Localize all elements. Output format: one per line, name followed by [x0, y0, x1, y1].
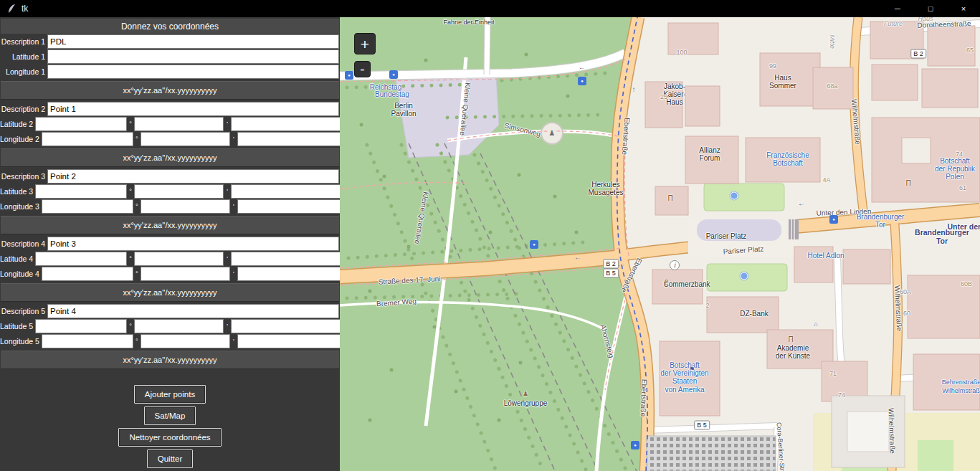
format-hint-1: xx°yy'zz.aa''/xx.yyyyyyyyyy: [1, 81, 339, 100]
latitude-3-degrees-input[interactable]: [35, 184, 127, 199]
degrees-symbol: °: [127, 184, 134, 199]
description-2-row: Description 2: [0, 102, 339, 116]
description-1-input[interactable]: [47, 34, 339, 49]
format-hint-2: xx°yy'zz.aa''/xx.yyyyyyyyyy: [1, 148, 339, 167]
format-hint-4: xx°yy'zz.aa''/xx.yyyyyyyyyy: [1, 283, 339, 302]
latitude-2-label: Latitude 2: [0, 117, 35, 131]
latitude-4-label: Latitude 4: [0, 252, 35, 266]
latitude-3-row: Latitude 3 ° ' '': [0, 184, 339, 199]
latitude-2-row: Latitude 2 ° ' '': [0, 117, 339, 131]
longitude-5-row: Longitude 5 ° ' '': [0, 334, 339, 348]
minutes-symbol: ': [230, 334, 237, 348]
map-canvas[interactable]: [340, 17, 980, 471]
format-hint-3: xx°yy'zz.aa''/xx.yyyyyyyyyy: [1, 216, 339, 234]
description-4-input[interactable]: [47, 237, 339, 251]
description-5-label: Description 5: [0, 304, 47, 318]
longitude-3-seconds-input[interactable]: [237, 199, 353, 214]
longitude-1-input[interactable]: [47, 65, 339, 79]
description-3-row: Description 3: [0, 169, 339, 184]
longitude-1-label: Longitude 1: [0, 65, 47, 79]
degrees-symbol: °: [127, 252, 134, 266]
degrees-symbol: °: [133, 132, 141, 146]
latitude-5-row: Latitude 5 ° ' '': [0, 319, 339, 333]
minutes-symbol: ': [224, 117, 231, 131]
longitude-4-seconds-input[interactable]: [237, 267, 353, 281]
longitude-5-label: Longitude 5: [0, 334, 42, 348]
latitude-4-row: Latitude 4 ° ' '': [0, 252, 339, 266]
latitude-2-seconds-input[interactable]: [231, 117, 347, 131]
longitude-1-row: Longitude 1: [0, 65, 339, 79]
latitude-5-degrees-input[interactable]: [35, 319, 127, 333]
close-button[interactable]: ×: [947, 0, 980, 17]
degrees-symbol: °: [133, 267, 141, 281]
titlebar[interactable]: tk ─ □ ×: [0, 0, 980, 17]
minutes-symbol: ': [230, 132, 237, 146]
latitude-3-seconds-input[interactable]: [231, 184, 347, 199]
degrees-symbol: °: [133, 199, 141, 214]
longitude-5-minutes-input[interactable]: [141, 334, 230, 348]
tk-logo-icon: [7, 4, 16, 14]
description-1-row: Description 1: [0, 34, 339, 49]
minutes-symbol: ': [230, 199, 237, 214]
latitude-1-label: Latitude 1: [0, 49, 47, 64]
ajouter-points-button[interactable]: Ajouter points: [134, 385, 206, 404]
nettoyer-coordonnees-button[interactable]: Nettoyer coordonnées: [118, 428, 221, 447]
map-view[interactable]: Straße des 17. JuniEbertstraßeEbertstraß…: [340, 17, 980, 471]
longitude-4-minutes-input[interactable]: [141, 267, 230, 281]
latitude-5-minutes-input[interactable]: [134, 319, 224, 333]
longitude-4-row: Longitude 4 ° ' '': [0, 267, 339, 281]
description-3-input[interactable]: [47, 169, 339, 184]
longitude-2-minutes-input[interactable]: [141, 132, 230, 146]
description-5-row: Description 5: [0, 304, 339, 318]
description-2-input[interactable]: [47, 102, 339, 116]
longitude-3-degrees-input[interactable]: [42, 199, 133, 214]
degrees-symbol: °: [127, 319, 134, 333]
longitude-3-row: Longitude 3 ° ' '': [0, 199, 339, 214]
description-3-label: Description 3: [0, 169, 47, 184]
degrees-symbol: °: [133, 334, 141, 348]
description-1-label: Description 1: [0, 34, 47, 49]
minimize-button[interactable]: ─: [881, 0, 914, 17]
latitude-3-label: Latitude 3: [0, 184, 35, 199]
sat-map-button[interactable]: Sat/Map: [144, 406, 196, 425]
coordinates-panel: Donnez vos coordonnées Description 1 Lat…: [0, 17, 340, 471]
latitude-3-minutes-input[interactable]: [134, 184, 224, 199]
longitude-2-row: Longitude 2 ° ' '': [0, 132, 339, 146]
longitude-2-degrees-input[interactable]: [42, 132, 133, 146]
window-title: tk: [22, 4, 28, 14]
latitude-1-input[interactable]: [47, 49, 339, 64]
minutes-symbol: ': [230, 267, 237, 281]
longitude-4-degrees-input[interactable]: [42, 267, 133, 281]
description-2-label: Description 2: [0, 102, 47, 116]
panel-header: Donnez vos coordonnées: [1, 19, 339, 34]
minutes-symbol: ': [224, 252, 231, 266]
description-4-label: Description 4: [0, 237, 47, 251]
zoom-out-button[interactable]: -: [354, 61, 371, 77]
zoom-controls: + -: [354, 33, 376, 77]
maximize-button[interactable]: □: [914, 0, 947, 17]
longitude-3-minutes-input[interactable]: [141, 199, 230, 214]
minutes-symbol: ': [224, 184, 231, 199]
window-controls: ─ □ ×: [881, 0, 980, 17]
latitude-4-seconds-input[interactable]: [231, 252, 347, 266]
latitude-4-minutes-input[interactable]: [134, 252, 224, 266]
longitude-3-label: Longitude 3: [0, 199, 42, 214]
description-4-row: Description 4: [0, 237, 339, 251]
latitude-4-degrees-input[interactable]: [35, 252, 127, 266]
longitude-2-label: Longitude 2: [0, 132, 42, 146]
longitude-4-label: Longitude 4: [0, 267, 42, 281]
description-5-input[interactable]: [47, 304, 339, 318]
latitude-5-label: Latitude 5: [0, 319, 35, 333]
latitude-2-degrees-input[interactable]: [35, 117, 127, 131]
minutes-symbol: ': [224, 319, 231, 333]
longitude-2-seconds-input[interactable]: [237, 132, 353, 146]
zoom-in-button[interactable]: +: [354, 33, 376, 54]
panel-buttons: Ajouter points Sat/Map Nettoyer coordonn…: [0, 384, 340, 470]
longitude-5-seconds-input[interactable]: [237, 334, 353, 348]
quitter-button[interactable]: Quitter: [147, 449, 194, 468]
latitude-5-seconds-input[interactable]: [231, 319, 347, 333]
latitude-2-minutes-input[interactable]: [134, 117, 224, 131]
latitude-1-row: Latitude 1: [0, 49, 339, 64]
format-hint-5: xx°yy'zz.aa''/xx.yyyyyyyyyy: [1, 351, 339, 369]
longitude-5-degrees-input[interactable]: [42, 334, 133, 348]
